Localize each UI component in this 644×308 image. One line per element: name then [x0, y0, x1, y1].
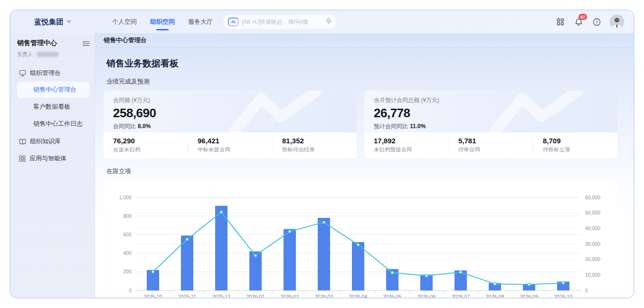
chart-canvas[interactable]: 02004006008001,000010,00020,00030,00040,… — [112, 193, 609, 299]
stat-item: 5,781 待审合同 — [449, 137, 533, 153]
svg-text:10,000: 10,000 — [585, 272, 600, 278]
section-projects-title: 在跟立项 — [106, 167, 634, 176]
svg-text:200: 200 — [123, 269, 132, 274]
primary-nav: 个人空间 组织空间 服务大厅 — [112, 15, 213, 29]
projects-chart-card: 02004006008001,000010,00020,00030,00040,… — [104, 180, 617, 299]
sidebar: 销售管理中心 负责人: 组织管理台 销售中心管理台 客户数据看板 销售中心工作日… — [10, 33, 95, 299]
kpi-label: 合同额 (¥万元) — [113, 96, 347, 104]
page-title: 销售业务数据看板 — [106, 57, 634, 70]
svg-text:0: 0 — [585, 288, 588, 293]
nav-personal-space[interactable]: 个人空间 — [112, 15, 137, 29]
svg-text:?: ? — [595, 20, 597, 25]
apps-grid-icon[interactable] — [556, 17, 565, 27]
kpi-row: 合同额 (¥万元) 258,690 合同同比8.0% 76,290 在途未归档 … — [104, 91, 617, 159]
svg-text:60,000: 60,000 — [585, 195, 600, 200]
owner-name-redacted — [37, 52, 58, 57]
sidebar-title: 销售管理中心 — [17, 39, 57, 47]
stat-item: 8,709 待投标立项 — [533, 137, 617, 153]
sidebar-menu: 组织管理台 销售中心管理台 客户数据看板 销售中心工作日志 组织知识库 应用与智… — [17, 65, 90, 167]
svg-text:2025-11: 2025-11 — [178, 294, 196, 299]
nav-service-hall[interactable]: 服务大厅 — [188, 15, 213, 29]
topbar: 蓝悦集团 个人空间 组织空间 服务大厅 AI 67 ? — [10, 10, 634, 33]
chevron-down-icon — [66, 20, 71, 23]
breadcrumb: 销售中心管理台 — [95, 33, 634, 48]
svg-text:2026-08: 2026-08 — [486, 294, 504, 299]
svg-text:2026-06: 2026-06 — [417, 294, 436, 299]
sidebar-item-label: 应用与智能体 — [29, 154, 66, 163]
help-icon[interactable]: ? — [592, 17, 601, 27]
stat-item: 81,352 投标待出结果 — [273, 137, 357, 153]
svg-text:600: 600 — [123, 232, 132, 237]
svg-text:2026-09: 2026-09 — [520, 294, 539, 299]
svg-text:2026-01: 2026-01 — [246, 294, 265, 299]
sidebar-item-apps-agents[interactable]: 应用与智能体 — [17, 150, 90, 167]
svg-text:2025-12: 2025-12 — [212, 294, 231, 299]
monitor-icon — [19, 70, 26, 76]
stat-item: 76,290 在途未归档 — [104, 137, 188, 153]
svg-text:400: 400 — [123, 250, 132, 256]
contract-substats: 76,290 在途未归档 96,421 中标未提合同 81,352 投标待出结果 — [104, 132, 357, 159]
microphone-icon[interactable] — [326, 18, 331, 26]
org-switcher[interactable]: 蓝悦集团 — [10, 18, 95, 27]
contract-kpi-card: 合同额 (¥万元) 258,690 合同同比8.0% — [104, 91, 357, 132]
ai-search-bar[interactable]: AI — [223, 15, 336, 29]
stat-item: 96,421 中标未提合同 — [188, 137, 272, 153]
contract-kpi-panel: 合同额 (¥万元) 258,690 合同同比8.0% 76,290 在途未归档 … — [104, 91, 357, 159]
forecast-kpi-panel: 当月预计合同总额 (¥万元) 26,778 预计合同同比11.0% 17,892… — [364, 91, 617, 159]
svg-text:2026-02: 2026-02 — [281, 294, 299, 299]
sidebar-item-sales-console[interactable]: 销售中心管理台 — [17, 82, 90, 98]
kpi-yoy: 合同同比8.0% — [113, 122, 347, 131]
ai-icon: AI — [228, 18, 238, 26]
main-content: 销售中心管理台 销售业务数据看板 业绩完成及预测 合同额 (¥万元) 258,6… — [95, 33, 634, 299]
forecast-kpi-card: 当月预计合同总额 (¥万元) 26,778 预计合同同比11.0% — [364, 91, 617, 132]
section-performance-title: 业绩完成及预测 — [106, 77, 634, 86]
sidebar-item-org-console[interactable]: 组织管理台 — [17, 65, 90, 81]
svg-text:30,000: 30,000 — [585, 241, 600, 247]
svg-text:2026-05: 2026-05 — [383, 294, 402, 299]
kpi-yoy: 预计合同同比11.0% — [374, 122, 608, 131]
search-input[interactable] — [242, 19, 322, 25]
sidebar-item-label: 组织知识库 — [30, 137, 61, 146]
svg-text:2026-10: 2026-10 — [554, 294, 573, 299]
kpi-value: 258,690 — [113, 106, 347, 121]
svg-text:800: 800 — [123, 213, 132, 219]
svg-text:2026-03: 2026-03 — [315, 294, 333, 299]
svg-text:2026-07: 2026-07 — [452, 294, 470, 299]
stat-item: 17,892 未归档预提合同 — [364, 137, 448, 153]
notification-badge: 67 — [578, 14, 587, 20]
nav-org-space[interactable]: 组织空间 — [150, 15, 175, 29]
kpi-value: 26,778 — [374, 106, 608, 121]
org-name: 蓝悦集团 — [34, 18, 64, 27]
svg-text:40,000: 40,000 — [585, 225, 600, 231]
sidebar-item-customer-dashboard[interactable]: 客户数据看板 — [17, 99, 90, 115]
apps-icon — [19, 155, 26, 162]
book-icon — [19, 139, 26, 145]
sidebar-item-knowledge-base[interactable]: 组织知识库 — [17, 133, 90, 150]
svg-text:20,000: 20,000 — [585, 256, 600, 262]
bell-icon[interactable]: 67 — [574, 17, 583, 27]
app-window: 蓝悦集团 个人空间 组织空间 服务大厅 AI 67 ? — [9, 9, 635, 299]
svg-text:1,000: 1,000 — [119, 195, 132, 200]
owner-label: 负责人: — [17, 51, 34, 58]
collapse-sidebar-icon[interactable] — [83, 40, 90, 48]
svg-text:0: 0 — [129, 288, 132, 293]
sidebar-item-work-log[interactable]: 销售中心工作日志 — [17, 116, 90, 132]
svg-text:50,000: 50,000 — [585, 210, 600, 215]
kpi-label: 当月预计合同总额 (¥万元) — [374, 96, 608, 104]
topbar-actions: 67 ? — [556, 15, 624, 29]
svg-text:2025-10: 2025-10 — [144, 294, 162, 299]
forecast-substats: 17,892 未归档预提合同 5,781 待审合同 8,709 待投标立项 — [364, 132, 617, 159]
svg-text:2026-04: 2026-04 — [349, 294, 368, 299]
sidebar-group-label: 组织管理台 — [30, 69, 61, 77]
avatar[interactable] — [610, 15, 624, 29]
